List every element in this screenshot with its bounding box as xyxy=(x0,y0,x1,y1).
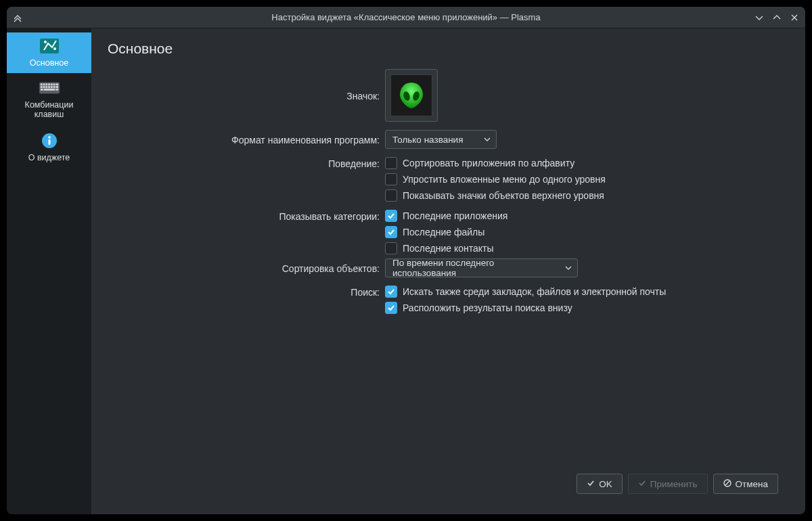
search-item: Расположить результаты поиска внизу xyxy=(385,302,789,314)
sort-select[interactable]: По времени последнего использования xyxy=(385,258,578,277)
row-categories: Показывать категории: Последние приложен… xyxy=(108,210,789,254)
row-search: Поиск: Искать также среди закладок, файл… xyxy=(108,286,789,314)
svg-rect-16 xyxy=(53,86,55,88)
svg-rect-11 xyxy=(40,86,42,88)
behavior-item: Показывать значки объектов верхнего уров… xyxy=(385,189,789,202)
sidebar-item-shortcuts[interactable]: Комбинации клавиш xyxy=(9,74,89,124)
row-icon: Значок: xyxy=(108,69,789,122)
svg-point-22 xyxy=(48,136,51,139)
behavior-item: Упростить вложенные меню до одного уровн… xyxy=(385,173,789,185)
category-item: Последние файлы xyxy=(385,226,789,238)
checkbox-label: Упростить вложенные меню до одного уровн… xyxy=(403,174,606,185)
category-item: Последние приложения xyxy=(385,210,789,222)
checkbox-label: Последние приложения xyxy=(403,210,508,221)
svg-rect-18 xyxy=(40,89,43,91)
svg-rect-9 xyxy=(53,83,55,85)
svg-rect-5 xyxy=(43,83,45,85)
sidebar-item-general[interactable]: Основное xyxy=(7,32,91,73)
checkbox-toplevel-icons[interactable] xyxy=(385,189,397,202)
icon-picker-button[interactable] xyxy=(385,69,438,122)
svg-rect-23 xyxy=(48,139,50,145)
info-icon xyxy=(39,131,60,150)
check-icon xyxy=(638,479,646,489)
maximize-button[interactable] xyxy=(771,12,782,23)
checkbox-label: Искать также среди закладок, файлов и эл… xyxy=(403,286,666,297)
dialog-footer: OK Применить Отмена xyxy=(108,466,789,502)
format-value: Только названия xyxy=(392,135,463,145)
behavior-item: Сортировать приложения по алфавиту xyxy=(385,157,789,169)
close-button[interactable] xyxy=(789,12,800,23)
sidebar: Основное Комбинации клавиш xyxy=(7,28,91,514)
svg-point-1 xyxy=(44,41,47,43)
settings-window: Настройка виджета «Классическое меню при… xyxy=(7,7,805,514)
svg-rect-15 xyxy=(50,86,52,88)
ok-label: OK xyxy=(599,479,612,489)
checkbox-sort-alpha[interactable] xyxy=(385,157,397,169)
checkbox-search-bookmarks[interactable] xyxy=(385,286,397,298)
check-icon xyxy=(587,479,595,489)
category-item: Последние контакты xyxy=(385,242,789,254)
row-format: Формат наименования программ: Только наз… xyxy=(108,130,789,149)
window-title: Настройка виджета «Классическое меню при… xyxy=(7,12,805,22)
appearance-icon xyxy=(39,37,60,55)
alien-icon xyxy=(396,80,427,111)
svg-rect-12 xyxy=(43,86,45,88)
row-behavior: Поведение: Сортировать приложения по алф… xyxy=(108,157,789,202)
checkbox-recent-apps[interactable] xyxy=(385,210,397,222)
svg-rect-4 xyxy=(40,83,42,85)
keyboard-icon xyxy=(39,78,60,97)
svg-rect-17 xyxy=(55,86,58,88)
format-label: Формат наименования программ: xyxy=(108,133,385,145)
categories-label: Показывать категории: xyxy=(108,210,385,222)
cancel-label: Отмена xyxy=(736,479,768,489)
checkbox-recent-files[interactable] xyxy=(385,226,397,238)
checkbox-label: Показывать значки объектов верхнего уров… xyxy=(403,190,604,201)
apply-button[interactable]: Применить xyxy=(628,474,708,494)
checkbox-flatten-submenu[interactable] xyxy=(385,173,397,185)
cancel-icon xyxy=(723,479,731,489)
checkbox-label: Сортировать приложения по алфавиту xyxy=(403,158,574,168)
sort-label: Сортировка объектов: xyxy=(108,262,385,274)
minimize-button[interactable] xyxy=(754,12,765,23)
chevron-down-icon xyxy=(565,263,572,273)
icon-label: Значок: xyxy=(108,89,385,101)
main-panel: Основное Значок: xyxy=(91,28,805,514)
expand-up-icon[interactable] xyxy=(12,12,23,23)
search-item: Искать также среди закладок, файлов и эл… xyxy=(385,286,789,298)
checkbox-label: Последние файлы xyxy=(403,227,484,237)
apply-label: Применить xyxy=(650,479,698,489)
ok-button[interactable]: OK xyxy=(577,474,623,494)
cancel-button[interactable]: Отмена xyxy=(713,474,778,494)
row-sort: Сортировка объектов: По времени последне… xyxy=(108,258,789,277)
svg-rect-7 xyxy=(48,83,50,85)
titlebar: Настройка виджета «Классическое меню при… xyxy=(7,7,805,28)
search-label: Поиск: xyxy=(108,286,385,298)
checkbox-recent-contacts[interactable] xyxy=(385,242,397,254)
sidebar-item-label: Комбинации клавиш xyxy=(12,100,86,119)
checkbox-label: Расположить результаты поиска внизу xyxy=(403,302,572,313)
svg-rect-6 xyxy=(45,83,47,85)
titlebar-left xyxy=(12,12,23,23)
page-title: Основное xyxy=(108,41,789,57)
sidebar-item-about[interactable]: О виджете xyxy=(9,127,89,168)
svg-rect-8 xyxy=(50,83,52,85)
checkbox-results-bottom[interactable] xyxy=(385,302,397,314)
icon-preview xyxy=(390,74,432,116)
checkbox-label: Последние контакты xyxy=(403,243,494,254)
svg-rect-10 xyxy=(55,83,58,85)
sidebar-item-label: Основное xyxy=(30,58,68,68)
form-area: Значок: xyxy=(108,69,789,466)
svg-point-2 xyxy=(53,47,56,50)
format-select[interactable]: Только названия xyxy=(385,130,497,149)
titlebar-controls xyxy=(754,12,800,23)
content-area: Основное Комбинации клавиш xyxy=(7,28,805,514)
chevron-down-icon xyxy=(484,135,491,145)
svg-rect-19 xyxy=(43,89,55,91)
behavior-label: Поведение: xyxy=(108,157,385,169)
sidebar-item-label: О виджете xyxy=(28,153,70,162)
svg-rect-20 xyxy=(55,89,58,91)
sort-value: По времени последнего использования xyxy=(392,258,560,278)
svg-rect-13 xyxy=(45,86,47,88)
svg-rect-14 xyxy=(48,86,50,88)
